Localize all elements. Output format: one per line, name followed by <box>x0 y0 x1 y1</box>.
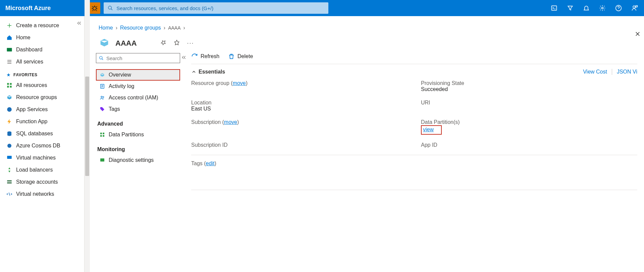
label: Subscription ID <box>191 142 408 148</box>
view-cost-link[interactable]: View Cost <box>583 69 607 75</box>
close-blade-button[interactable] <box>635 31 641 39</box>
edit-tags-link[interactable]: edit <box>206 161 215 166</box>
label: Resource group <box>191 80 229 86</box>
label: Tags <box>191 161 203 166</box>
essentials-uri: URI <box>421 100 637 112</box>
json-view-link[interactable]: JSON Vi <box>617 69 637 75</box>
activity-log-icon <box>99 83 105 89</box>
grid-icon <box>6 82 13 89</box>
nav-label: Load balancers <box>16 167 53 173</box>
svg-rect-6 <box>7 48 12 52</box>
svg-rect-2 <box>552 6 557 10</box>
cloud-shell-button[interactable] <box>550 4 558 12</box>
sidebar-item-function-app[interactable]: Function App <box>0 116 84 128</box>
sidebar-item-storage[interactable]: Storage accounts <box>0 176 84 188</box>
label: Location <box>191 100 408 106</box>
essentials-resource-group: Resource group (move) <box>191 80 408 92</box>
resource-menu-overview[interactable]: Overview <box>96 69 180 81</box>
delete-button[interactable]: Delete <box>228 53 253 60</box>
menu-label: Diagnostic settings <box>109 157 154 163</box>
resource-menu-activity-log[interactable]: Activity log <box>96 81 180 92</box>
sidebar-item-resource-groups[interactable]: Resource groups <box>0 91 84 103</box>
label: Subscription <box>191 119 221 125</box>
essentials-location: Location East US <box>191 100 408 112</box>
breadcrumb-resource-groups[interactable]: Resource groups <box>120 25 161 31</box>
global-search-input[interactable] <box>116 5 324 11</box>
resource-group-icon <box>6 94 13 101</box>
sidebar-item-vnet[interactable]: Virtual networks <box>0 188 84 200</box>
global-search[interactable] <box>104 2 328 14</box>
favorites-header: ★ FAVORITES <box>0 68 84 79</box>
resource-menu-section-monitoring: Monitoring <box>96 140 180 154</box>
search-icon <box>108 5 113 11</box>
load-balancer-icon <box>6 167 13 173</box>
scrollbar-thumb[interactable] <box>85 77 89 176</box>
resource-menu-diagnostic[interactable]: Diagnostic settings <box>96 154 180 166</box>
cmd-label: Refresh <box>201 53 219 59</box>
svg-point-13 <box>7 144 11 148</box>
help-button[interactable] <box>614 4 623 12</box>
essentials-toggle[interactable]: Essentials <box>191 69 225 75</box>
sidebar-item-app-services[interactable]: App Services <box>0 103 84 116</box>
essentials-provisioning: Provisioning State Succeeded <box>421 80 637 92</box>
feedback-button[interactable] <box>631 4 639 12</box>
blade-body: Overview Activity log Access control (IA… <box>90 50 644 272</box>
svg-rect-8 <box>10 83 12 85</box>
person-feedback-icon <box>631 5 638 11</box>
resource-menu-tags[interactable]: Tags <box>96 103 180 115</box>
sidebar-item-create[interactable]: Create a resource <box>0 19 84 32</box>
chevron-right-icon: › <box>116 25 117 31</box>
vm-icon <box>6 154 13 161</box>
home-icon <box>6 34 13 41</box>
sidebar-item-lb[interactable]: Load balancers <box>0 164 84 176</box>
resource-menu-search[interactable] <box>96 53 180 63</box>
star-icon <box>174 40 180 46</box>
svg-rect-23 <box>100 135 102 137</box>
filter-icon <box>567 5 574 11</box>
sidebar-item-home[interactable]: Home <box>0 32 84 44</box>
scrollbar-track[interactable] <box>85 0 90 272</box>
essentials-subscription-id: Subscription ID <box>191 142 408 148</box>
svg-rect-7 <box>7 83 9 85</box>
resource-menu-search-input[interactable] <box>106 55 177 61</box>
pin-button[interactable] <box>160 40 166 47</box>
iam-icon <box>99 95 105 101</box>
nav-label: Resource groups <box>16 94 57 100</box>
svg-rect-24 <box>103 135 104 137</box>
sidebar-item-all-resources[interactable]: All resources <box>0 79 84 91</box>
notifications-button[interactable] <box>582 4 590 12</box>
debug-button[interactable] <box>89 2 100 14</box>
value: East US <box>191 106 408 112</box>
sidebar-item-sql[interactable]: SQL databases <box>0 128 84 140</box>
more-button[interactable]: ··· <box>187 40 194 47</box>
sidebar-item-cosmos[interactable]: Azure Cosmos DB <box>0 140 84 152</box>
overview-icon <box>99 72 105 78</box>
nav-label: Home <box>16 35 31 41</box>
move-subscription-link[interactable]: move <box>224 119 237 125</box>
gear-icon <box>599 5 606 11</box>
svg-rect-9 <box>7 86 9 88</box>
refresh-icon <box>191 53 198 60</box>
settings-button[interactable] <box>598 4 606 12</box>
svg-point-0 <box>93 7 96 10</box>
chevron-right-icon: › <box>164 25 165 31</box>
breadcrumb-home[interactable]: Home <box>99 25 113 31</box>
resource-menu-iam[interactable]: Access control (IAM) <box>96 92 180 103</box>
data-partition-view-link[interactable]: view <box>423 127 434 132</box>
sidebar-item-dashboard[interactable]: Dashboard <box>0 44 84 56</box>
resource-menu-data-partitions[interactable]: Data Partitions <box>96 129 180 140</box>
svg-point-3 <box>602 7 603 9</box>
sidebar-item-vm[interactable]: Virtual machines <box>0 152 84 164</box>
divider <box>612 69 612 75</box>
sidebar-collapse-button[interactable] <box>77 21 82 27</box>
svg-point-17 <box>100 56 102 59</box>
filter-button[interactable] <box>566 4 574 12</box>
favorite-button[interactable] <box>174 40 180 47</box>
favorites-label: FAVORITES <box>13 73 38 77</box>
search-icon <box>99 56 104 60</box>
move-resource-group-link[interactable]: move <box>233 80 246 86</box>
menu-label: Access control (IAM) <box>109 95 158 101</box>
resource-menu: Overview Activity log Access control (IA… <box>90 50 184 272</box>
sidebar-item-all-services[interactable]: All services <box>0 56 84 68</box>
refresh-button[interactable]: Refresh <box>191 53 219 60</box>
